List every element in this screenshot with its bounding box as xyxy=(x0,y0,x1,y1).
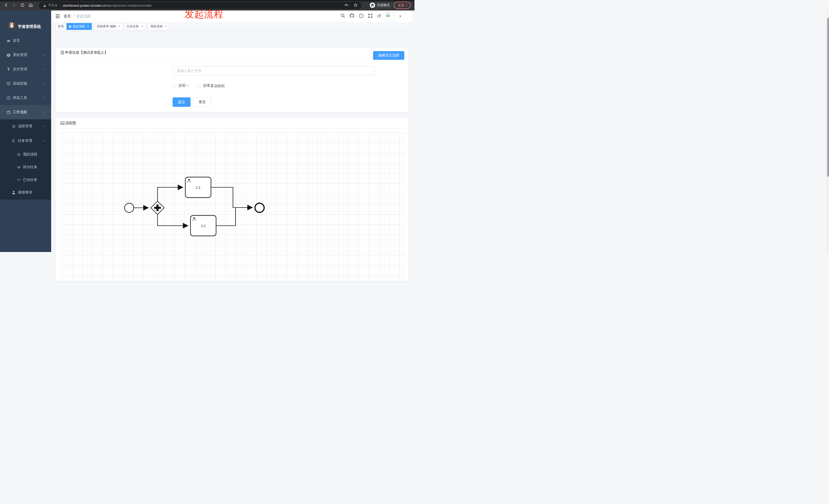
workflow-submenu: 流程管理 ˅ 任务管理 ˄ 我的流程 待办任务 已办任务 xyxy=(0,119,51,200)
option2-label[interactable]: 选项二 xyxy=(203,83,214,88)
sidebar-item-label: 系统管理 xyxy=(13,53,27,57)
incognito-icon xyxy=(370,3,375,8)
sidebar-item-infra[interactable]: 基础设施 ˅ xyxy=(0,76,51,91)
monitor-icon xyxy=(7,82,10,86)
chevron-down-icon: ˅ xyxy=(44,82,45,85)
bpmn-end-event[interactable] xyxy=(255,203,264,212)
main-area: 首页 / 发起流程 ? TT xyxy=(51,10,412,252)
bpmn-user-task-2[interactable]: 1.2 xyxy=(190,216,216,236)
option1-checkbox[interactable] xyxy=(173,84,176,88)
sidebar-item-label: 已办任务 xyxy=(23,178,37,182)
chevron-down-icon: ˅ xyxy=(44,125,45,128)
sidebar-item-workflow[interactable]: 工作流程 ˄ xyxy=(0,105,51,119)
security-warning-icon[interactable] xyxy=(43,4,46,7)
help-icon[interactable]: ? xyxy=(359,13,364,19)
tree-icon xyxy=(12,139,15,143)
sidebar-item-label: 工作流程 xyxy=(13,110,27,115)
tab-home[interactable]: 首页 xyxy=(55,23,67,30)
security-label[interactable]: 不安全 xyxy=(48,3,58,8)
back-icon[interactable] xyxy=(4,3,9,8)
browser-update-button[interactable]: 更新 xyxy=(394,2,411,9)
eye-open-icon xyxy=(17,166,21,169)
tab-done-tasks[interactable]: 已办任务 ✕ xyxy=(124,23,146,30)
task-label: 1.1 xyxy=(196,186,201,189)
url-host[interactable]: dashboard.yudao.iocoder.cn xyxy=(63,4,106,7)
sidebar-item-done-tasks[interactable]: 已办任务 xyxy=(0,173,51,186)
sidebar-item-task-mgmt[interactable]: 任务管理 ˄ xyxy=(0,134,51,147)
breadcrumb-home[interactable]: 首页 xyxy=(64,14,71,18)
search-icon[interactable] xyxy=(340,13,345,19)
sidebar-item-leave-query[interactable]: 请假查询 xyxy=(0,186,51,199)
forward-icon[interactable] xyxy=(11,3,16,8)
close-icon[interactable]: ✕ xyxy=(141,25,143,28)
bpmn-parallel-gateway[interactable] xyxy=(151,201,164,215)
single-line-text-input[interactable] xyxy=(173,66,375,75)
sidebar-item-todo-tasks[interactable]: 待办任务 xyxy=(0,161,51,173)
user-icon xyxy=(12,191,15,194)
avatar[interactable] xyxy=(385,12,394,21)
tab-form-edit[interactable]: 流程表单-编辑 ✕ xyxy=(94,23,123,30)
sidebar-item-label: 任务管理 xyxy=(18,139,32,143)
sidebar-item-label: 支付管理 xyxy=(13,67,27,72)
document-icon xyxy=(61,51,64,54)
breadcrumb-current: 发起流程 xyxy=(76,14,91,18)
chevron-down-icon: ˅ xyxy=(44,96,45,100)
flow-edge-gateway-task1 xyxy=(157,187,183,201)
sidebar-item-label: 首页 xyxy=(13,38,20,43)
sidebar-item-label: 流程管理 xyxy=(18,124,32,128)
sidebar-item-my-process[interactable]: 我的流程 xyxy=(0,148,51,161)
sidebar-toggle-icon[interactable] xyxy=(55,14,60,18)
flow-edge-gateway-task2 xyxy=(157,215,188,226)
eye-closed-icon xyxy=(17,179,21,182)
bpmn-diagram: 1.1 1.2 xyxy=(62,132,405,252)
tab-label: 发起流程 xyxy=(73,24,85,29)
tab-label: 流程表单-编辑 xyxy=(97,24,116,29)
sidebar-item-payment[interactable]: ¥ 支付管理 ˅ xyxy=(0,62,51,76)
reset-button[interactable]: 重置 xyxy=(193,98,211,107)
tab-my-process[interactable]: 我的流程 ✕ xyxy=(148,23,170,30)
yen-icon: ¥ xyxy=(7,67,10,72)
robot-icon xyxy=(17,152,21,156)
key-icon[interactable] xyxy=(345,3,349,8)
tab-start-process[interactable]: 发起流程 ✕ xyxy=(67,23,92,30)
sidebar-item-label: 请假查询 xyxy=(18,190,32,195)
toolbox-icon xyxy=(7,96,10,100)
flow-edge-task2-join xyxy=(216,208,236,226)
home-icon[interactable] xyxy=(28,3,33,8)
github-icon[interactable] xyxy=(350,13,354,19)
incognito-badge: 无痕模式 xyxy=(369,2,393,9)
close-icon[interactable]: ✕ xyxy=(118,25,120,28)
option1-label[interactable]: 选项一 xyxy=(178,83,189,88)
sidebar-item-home[interactable]: 首页 xyxy=(0,34,51,48)
annotation-text: 发起流程 xyxy=(185,8,223,21)
reload-icon[interactable] xyxy=(20,3,25,8)
option2-checkbox[interactable] xyxy=(197,84,201,88)
sidebar: 芋道管理系统 首页 系统管理 ˅ ¥ 支付管理 ˅ 基础设施 ˅ 研发工具 ˅ xyxy=(0,10,51,252)
close-icon[interactable]: ✕ xyxy=(87,25,89,28)
chevron-up-icon: ˄ xyxy=(44,111,45,114)
dashboard-icon xyxy=(7,39,10,43)
sidebar-item-process-mgmt[interactable]: 流程管理 ˅ xyxy=(0,120,51,133)
fullscreen-icon[interactable] xyxy=(368,13,372,19)
sidebar-item-label: 基础设施 xyxy=(13,81,27,86)
tags-view-bar: 首页 发起流程 ✕ 流程表单-编辑 ✕ 已办任务 ✕ 我的流程 ✕ xyxy=(51,22,412,32)
apply-card-header: 申请信息【测试多审批人】 选择其它流程 xyxy=(56,48,409,57)
font-size-icon[interactable]: TT xyxy=(377,14,381,18)
submit-button[interactable]: 提交 xyxy=(173,98,190,107)
sidebar-item-system[interactable]: 系统管理 ˅ xyxy=(0,48,51,62)
tab-label: 首页 xyxy=(58,24,64,29)
page-header: 首页 / 发起流程 ? TT xyxy=(51,10,412,22)
browser-menu-icon[interactable] xyxy=(406,4,407,7)
app-logo-row[interactable]: 芋道管理系统 xyxy=(0,10,51,34)
bookmark-star-icon[interactable] xyxy=(353,3,358,8)
bpmn-user-task-1[interactable]: 1.1 xyxy=(185,177,211,198)
update-label[interactable]: 更新 xyxy=(398,3,404,8)
close-icon[interactable]: ✕ xyxy=(165,25,167,28)
bpmn-canvas[interactable]: 1.1 1.2 xyxy=(62,132,405,252)
url-path[interactable]: /bpm/process-instance/create xyxy=(106,4,151,7)
bpmn-start-event[interactable] xyxy=(124,203,134,212)
chevron-down-icon[interactable]: ▼ xyxy=(399,15,401,17)
incognito-label: 无痕模式 xyxy=(377,3,390,7)
choose-other-process-button[interactable]: 选择其它流程 xyxy=(373,51,404,60)
sidebar-item-devtools[interactable]: 研发工具 ˅ xyxy=(0,91,51,105)
